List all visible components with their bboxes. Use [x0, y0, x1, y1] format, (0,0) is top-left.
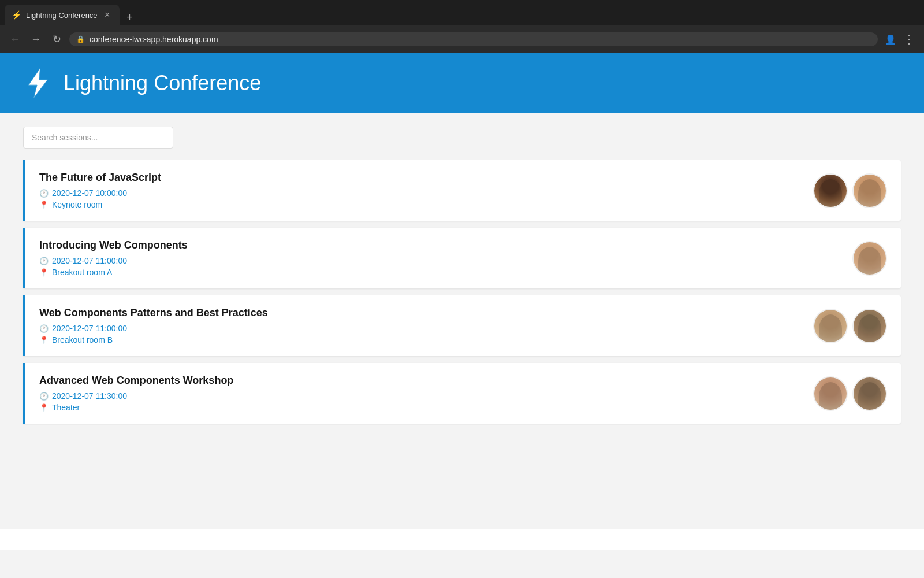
- sessions-list: The Future of JavaScript 🕐 2020-12-07 10…: [23, 160, 901, 424]
- session-location: 📍 Breakout room B: [39, 335, 813, 344]
- session-info: Introducing Web Components 🕐 2020-12-07 …: [39, 239, 852, 277]
- session-location: 📍 Breakout room A: [39, 268, 852, 277]
- session-meta: 🕐 2020-12-07 11:00:00 📍 Breakout room B: [39, 324, 813, 344]
- session-title: Introducing Web Components: [39, 239, 852, 251]
- session-card[interactable]: Advanced Web Components Workshop 🕐 2020-…: [23, 363, 901, 424]
- speaker-avatar: [813, 309, 848, 343]
- session-location-value: Breakout room A: [52, 268, 112, 277]
- tab-close-icon[interactable]: ×: [102, 10, 113, 20]
- session-info: The Future of JavaScript 🕐 2020-12-07 10…: [39, 172, 813, 209]
- session-datetime: 🕐 2020-12-07 10:00:00: [39, 188, 813, 198]
- session-meta: 🕐 2020-12-07 11:30:00 📍 Theater: [39, 391, 813, 412]
- profile-button[interactable]: 👤: [882, 31, 899, 47]
- speaker-avatar: [852, 309, 887, 343]
- session-info: Web Components Patterns and Best Practic…: [39, 307, 813, 344]
- svg-marker-0: [28, 68, 47, 98]
- location-icon: 📍: [39, 403, 49, 412]
- speakers-group: [813, 309, 887, 343]
- app-header: Lightning Conference: [0, 53, 924, 113]
- lightning-logo-icon: [23, 67, 52, 99]
- session-title: Advanced Web Components Workshop: [39, 375, 813, 387]
- nav-bar: ← → ↻ 🔒 conference-lwc-app.herokuapp.com…: [0, 25, 924, 53]
- session-datetime-value: 2020-12-07 11:00:00: [52, 324, 127, 333]
- browser-menu-button[interactable]: ⋮: [901, 31, 917, 47]
- browser-chrome: ⚡ Lightning Conference × + ← → ↻ 🔒 confe…: [0, 0, 924, 53]
- session-datetime: 🕐 2020-12-07 11:30:00: [39, 391, 813, 401]
- speaker-avatar: [852, 173, 887, 208]
- speaker-avatar: [813, 173, 848, 208]
- session-datetime-value: 2020-12-07 11:30:00: [52, 391, 127, 401]
- session-meta: 🕐 2020-12-07 11:00:00 📍 Breakout room A: [39, 256, 852, 277]
- speakers-group: [813, 173, 887, 208]
- clock-icon: 🕐: [39, 324, 49, 333]
- session-location-value: Theater: [52, 403, 80, 412]
- lock-icon: 🔒: [76, 35, 85, 43]
- clock-icon: 🕐: [39, 189, 49, 198]
- session-card[interactable]: The Future of JavaScript 🕐 2020-12-07 10…: [23, 160, 901, 221]
- content-area: The Future of JavaScript 🕐 2020-12-07 10…: [0, 113, 924, 529]
- speaker-avatar: [852, 241, 887, 276]
- session-datetime-value: 2020-12-07 10:00:00: [52, 188, 127, 198]
- app-container: Lightning Conference The Future of JavaS…: [0, 53, 924, 550]
- back-button[interactable]: ←: [7, 31, 23, 47]
- url-display: conference-lwc-app.herokuapp.com: [90, 35, 871, 44]
- refresh-button[interactable]: ↻: [49, 31, 65, 47]
- app-title: Lightning Conference: [64, 71, 261, 95]
- new-tab-button[interactable]: +: [122, 9, 138, 25]
- session-location-value: Breakout room B: [52, 335, 113, 344]
- session-info: Advanced Web Components Workshop 🕐 2020-…: [39, 375, 813, 412]
- search-input[interactable]: [23, 127, 173, 149]
- location-icon: 📍: [39, 201, 49, 209]
- session-title: Web Components Patterns and Best Practic…: [39, 307, 813, 319]
- session-card[interactable]: Web Components Patterns and Best Practic…: [23, 295, 901, 356]
- session-location-value: Keynote room: [52, 200, 102, 209]
- active-tab[interactable]: ⚡ Lightning Conference ×: [5, 5, 120, 25]
- clock-icon: 🕐: [39, 392, 49, 401]
- session-datetime: 🕐 2020-12-07 11:00:00: [39, 256, 852, 265]
- session-datetime: 🕐 2020-12-07 11:00:00: [39, 324, 813, 333]
- nav-right-buttons: 👤 ⋮: [882, 31, 917, 47]
- session-datetime-value: 2020-12-07 11:00:00: [52, 256, 127, 265]
- tab-title: Lightning Conference: [26, 11, 98, 20]
- address-bar[interactable]: 🔒 conference-lwc-app.herokuapp.com: [69, 32, 878, 46]
- session-location: 📍 Keynote room: [39, 200, 813, 209]
- clock-icon: 🕐: [39, 257, 49, 265]
- speaker-avatar: [813, 376, 848, 411]
- speakers-group: [852, 241, 887, 276]
- session-meta: 🕐 2020-12-07 10:00:00 📍 Keynote room: [39, 188, 813, 209]
- session-card[interactable]: Introducing Web Components 🕐 2020-12-07 …: [23, 228, 901, 288]
- session-title: The Future of JavaScript: [39, 172, 813, 184]
- session-location: 📍 Theater: [39, 403, 813, 412]
- speakers-group: [813, 376, 887, 411]
- tab-bar: ⚡ Lightning Conference × +: [0, 0, 924, 25]
- location-icon: 📍: [39, 268, 49, 277]
- location-icon: 📍: [39, 336, 49, 344]
- tab-favicon-icon: ⚡: [12, 10, 21, 20]
- speaker-avatar: [852, 376, 887, 411]
- forward-button[interactable]: →: [28, 31, 44, 47]
